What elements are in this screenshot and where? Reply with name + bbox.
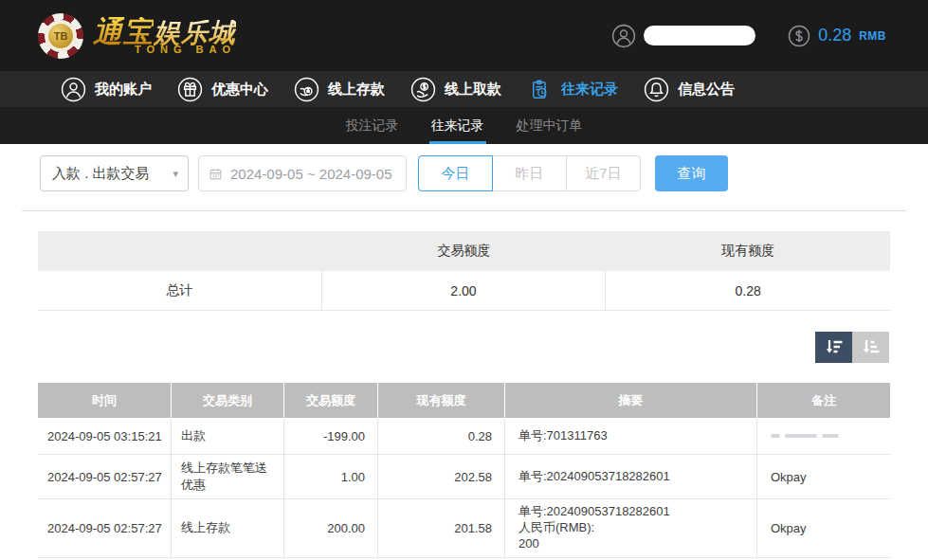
balance: 0.28 RMB	[788, 25, 886, 47]
nav-label: 信息公告	[678, 81, 735, 99]
nav-item-transaction-records[interactable]: 往来记录	[527, 77, 618, 102]
balance-currency: RMB	[859, 29, 886, 43]
nav-label: 优惠中心	[211, 81, 268, 99]
top-bar: TB 通宝 娱乐城 TONG BAO	[0, 0, 928, 71]
cell-category: 线上存款	[172, 499, 284, 558]
redacted-username	[644, 26, 755, 45]
calendar-icon	[209, 167, 223, 181]
quick-range-group: 今日 昨日 近7日	[418, 155, 641, 191]
nav-item-promotions[interactable]: 优惠中心	[177, 77, 268, 102]
cell-category: 线上存款笔笔送优惠	[172, 455, 284, 499]
nav-item-my-account[interactable]: 我的账户	[61, 77, 152, 102]
cell-note: Okpay	[757, 455, 890, 499]
deposit-icon	[294, 77, 319, 102]
cell-note: Okpay	[757, 499, 890, 558]
cell-balance: 201.58	[378, 499, 505, 558]
summary-header-empty	[38, 231, 322, 271]
transaction-records-page: TB 通宝 娱乐城 TONG BAO	[0, 0, 928, 560]
col-header-category: 交易类别	[172, 383, 284, 418]
summary-line: 200	[519, 536, 670, 552]
query-button[interactable]: 查询	[655, 155, 728, 191]
summary-current-total: 0.28	[606, 271, 890, 310]
brand-text: 通宝 娱乐城 TONG BAO	[93, 17, 236, 55]
brand-title-main: 通宝	[93, 17, 154, 46]
cell-summary: 单号:701311763	[505, 418, 757, 455]
summary-header-row: 交易额度 现有额度	[38, 231, 890, 271]
cell-time: 2024-09-05 02:57:27	[38, 499, 172, 558]
transactions-table: 时间 交易类别 交易额度 现有额度 摘要 备注 2024-09-05 03:15…	[38, 383, 890, 558]
table-row: 2024-09-05 02:57:27 线上存款 200.00 201.58 单…	[38, 499, 890, 558]
tab-betting-records[interactable]: 投注记录	[344, 107, 401, 144]
nav-item-online-withdrawal[interactable]: 线上取款	[410, 77, 501, 102]
nav-label: 往来记录	[561, 81, 618, 99]
col-header-time: 时间	[38, 383, 172, 418]
col-header-summary: 摘要	[505, 383, 757, 418]
sort-controls	[0, 332, 889, 363]
bell-icon	[644, 77, 669, 102]
last-7-days-button[interactable]: 近7日	[566, 155, 641, 191]
casino-chip-icon: TB	[38, 13, 83, 59]
summary-header-trade: 交易额度	[322, 231, 607, 271]
transaction-type-select[interactable]: 入款 . 出款交易 ▾	[40, 155, 189, 191]
cell-summary: 单号:202409053718282601 人民币(RMB): 200	[505, 499, 757, 558]
col-header-note: 备注	[757, 383, 890, 418]
col-header-balance: 现有额度	[378, 383, 505, 418]
brand-logo[interactable]: TB 通宝 娱乐城 TONG BAO	[38, 13, 236, 59]
tab-label: 往来记录	[431, 117, 484, 135]
cell-balance: 202.58	[378, 455, 505, 499]
sort-ascending-icon	[860, 336, 883, 359]
redacted-note	[771, 434, 839, 438]
brand-subtitle: TONG BAO	[135, 45, 236, 55]
cell-category: 出款	[172, 418, 284, 455]
tab-label: 处理中订单	[517, 117, 583, 135]
user-info	[611, 24, 755, 48]
summary-line: 单号:202409053718282601	[519, 504, 670, 520]
chip-label: TB	[48, 24, 73, 48]
top-bar-right: 0.28 RMB	[611, 24, 886, 48]
sort-descending-icon	[823, 336, 846, 359]
table-row: 2024-09-05 02:57:27 线上存款笔笔送优惠 1.00 202.5…	[38, 455, 890, 499]
date-range-value: 2024-09-05 ~ 2024-09-05	[230, 166, 392, 182]
chevron-down-icon: ▾	[173, 168, 178, 180]
summary-total-row: 总计 2.00 0.28	[38, 271, 890, 311]
table-row: 2024-09-05 03:15:21 出款 -199.00 0.28 单号:7…	[38, 418, 890, 455]
horizontal-divider	[22, 210, 906, 211]
sort-ascending-button[interactable]	[852, 332, 889, 363]
summary-header-current: 现有额度	[606, 231, 890, 271]
nav-label: 我的账户	[95, 81, 152, 99]
nav-item-online-deposit[interactable]: 线上存款	[294, 77, 385, 102]
summary-table: 交易额度 现有额度 总计 2.00 0.28	[38, 231, 890, 311]
cell-amount: -199.00	[284, 418, 378, 455]
cell-balance: 0.28	[378, 418, 505, 455]
balance-amount: 0.28	[818, 26, 851, 45]
account-icon	[61, 77, 86, 102]
summary-trade-total: 2.00	[322, 271, 607, 310]
dollar-coin-icon	[788, 25, 810, 47]
select-value: 入款 . 出款交易	[52, 165, 150, 183]
summary-line: 人民币(RMB):	[519, 520, 670, 536]
gift-icon	[177, 77, 203, 102]
cell-time: 2024-09-05 02:57:27	[38, 455, 172, 499]
brand-title-rest: 娱乐城	[154, 20, 236, 46]
nav-label: 线上存款	[328, 81, 385, 99]
date-range-input[interactable]: 2024-09-05 ~ 2024-09-05	[198, 155, 407, 191]
tab-label: 投注记录	[346, 117, 399, 135]
cell-summary: 单号:202409053718282601	[505, 455, 757, 499]
table-header-row: 时间 交易类别 交易额度 现有额度 摘要 备注	[38, 383, 890, 418]
cell-amount: 200.00	[284, 499, 378, 558]
nav-item-announcements[interactable]: 信息公告	[644, 77, 735, 102]
cell-note	[757, 418, 890, 455]
today-button[interactable]: 今日	[418, 155, 493, 191]
nav-label: 线上取款	[445, 81, 501, 99]
cell-time: 2024-09-05 03:15:21	[38, 418, 172, 455]
tab-processing-orders[interactable]: 处理中订单	[515, 107, 585, 144]
withdraw-icon	[410, 77, 436, 102]
filter-bar: 入款 . 出款交易 ▾ 2024-09-05 ~ 2024-09-05 今日 昨…	[40, 154, 928, 192]
sort-descending-button[interactable]	[815, 332, 852, 363]
main-nav: 我的账户 优惠中心 线上存款 线上取款	[0, 71, 928, 107]
tab-transaction-records[interactable]: 往来记录	[429, 107, 486, 144]
user-avatar-icon	[611, 24, 636, 48]
records-icon	[527, 77, 553, 102]
yesterday-button[interactable]: 昨日	[492, 155, 567, 191]
sub-nav: 投注记录 往来记录 处理中订单	[0, 107, 928, 144]
